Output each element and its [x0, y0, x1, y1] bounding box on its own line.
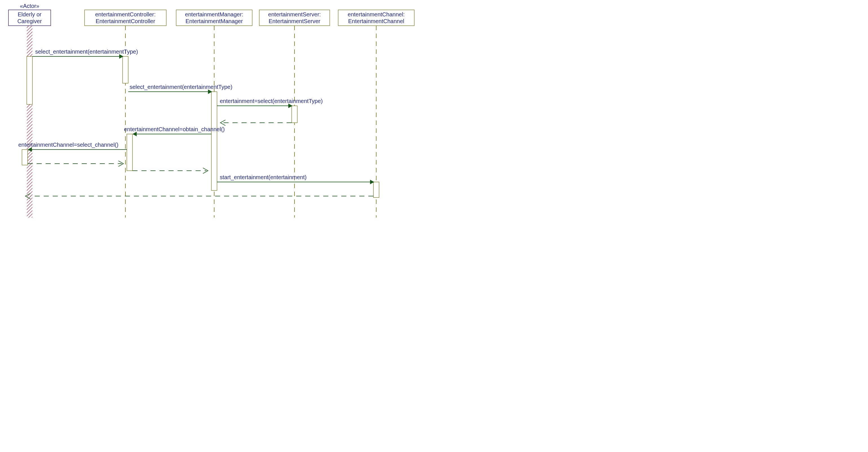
msg1-label: select_entertainment(entertainmentType): [35, 49, 138, 55]
msg4-label: entertainmentChannel=obtain_channel(): [124, 126, 225, 133]
msg2-label: select_entertainment(entertainmentType): [130, 84, 232, 90]
actor-lifeline: [27, 26, 32, 218]
channel-activation: [373, 182, 379, 198]
channel-line1: entertainmentChannel:: [348, 11, 405, 18]
msg4-arrow: [132, 132, 137, 136]
server-activation: [292, 106, 297, 123]
sequence-diagram: «Actor» Elderly or Caregiver entertainme…: [0, 0, 434, 226]
msg5-label: entertainmentChannel=select_channel(): [18, 142, 118, 148]
manager-activation: [211, 92, 217, 191]
actor-line1: Elderly or: [18, 11, 42, 18]
server-line1: entertainmentServer:: [268, 11, 321, 18]
controller-line1: entertainmentController:: [95, 11, 156, 18]
server-line2: EntertainmentServer: [269, 18, 320, 24]
actor-stereotype: «Actor»: [20, 3, 39, 9]
actor-activation-1: [27, 56, 32, 104]
controller-line2: EntertainmentController: [96, 18, 155, 24]
msg3-label: entertainment=select(entertainmentType): [220, 98, 323, 104]
channel-line2: EntertainmentChannel: [348, 18, 404, 24]
manager-line2: EntertainmentManager: [185, 18, 243, 24]
actor-activation-2: [22, 149, 28, 165]
msg6-label: start_entertainment(entertainment): [220, 174, 307, 180]
controller-activation-2: [127, 134, 132, 171]
actor-line2: Caregiver: [18, 18, 42, 24]
manager-line1: entertainmentManager:: [185, 11, 244, 18]
controller-activation-1: [123, 56, 128, 83]
